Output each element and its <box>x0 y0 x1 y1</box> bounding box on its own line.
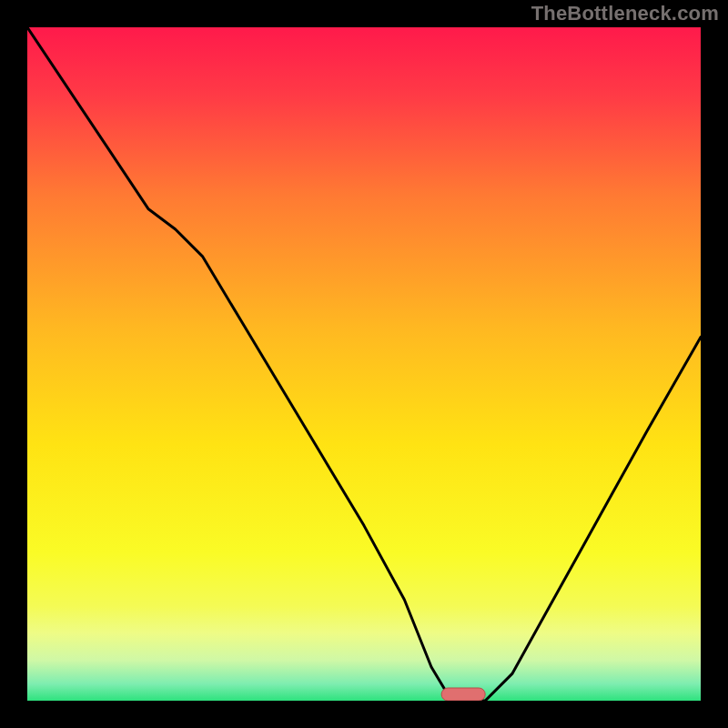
chart-frame: TheBottleneck.com <box>0 0 728 728</box>
chart-background-gradient <box>27 27 701 701</box>
watermark-text: TheBottleneck.com <box>531 2 719 25</box>
chart-svg <box>27 27 701 701</box>
optimum-marker <box>441 688 485 701</box>
